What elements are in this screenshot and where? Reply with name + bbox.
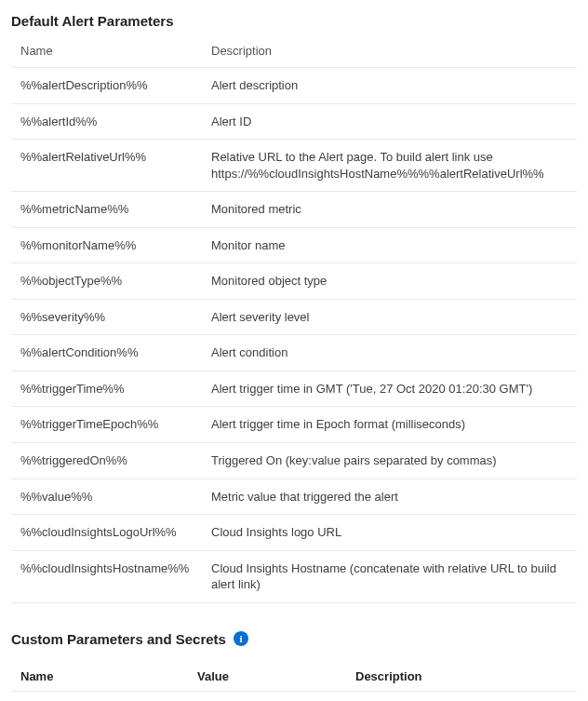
table-row: %%cloudInsightsHostname%%Cloud Insights …: [11, 550, 577, 602]
custom-col-value: Value: [188, 662, 346, 692]
param-description: Monitored metric: [202, 192, 577, 228]
table-row: %%triggerTimeEpoch%%Alert trigger time i…: [11, 407, 577, 443]
param-description: Monitor name: [202, 227, 577, 263]
param-name: %%severity%%: [11, 299, 202, 335]
table-row: %%metricName%%Monitored metric: [11, 192, 577, 228]
param-name: %%monitorName%%: [11, 227, 202, 263]
table-row: %%triggerTime%%Alert trigger time in GMT…: [11, 371, 577, 407]
custom-empty-message: No Data Available: [11, 691, 577, 701]
default-col-description: Description: [202, 38, 577, 68]
table-row: %%value%%Metric value that triggered the…: [11, 479, 577, 515]
custom-section-title-row: Custom Parameters and Secrets i: [11, 631, 577, 647]
param-name: %%triggerTimeEpoch%%: [11, 407, 202, 443]
param-description: Cloud Insights logo URL: [202, 515, 577, 551]
table-row: %%severity%%Alert severity level: [11, 299, 577, 335]
custom-params-table: Name Value Description No Data Available: [11, 662, 577, 701]
custom-col-description: Description: [346, 662, 577, 692]
param-name: %%cloudInsightsLogoUrl%%: [11, 515, 202, 551]
table-row: %%alertRelativeUrl%%Relative URL to the …: [11, 140, 577, 192]
table-row: %%triggeredOn%%Triggered On (key:value p…: [11, 443, 577, 479]
info-icon[interactable]: i: [234, 631, 248, 646]
param-name: %%cloudInsightsHostname%%: [11, 550, 202, 602]
param-description: Metric value that triggered the alert: [202, 479, 577, 515]
table-row: %%cloudInsightsLogoUrl%%Cloud Insights l…: [11, 515, 577, 551]
custom-section-title: Custom Parameters and Secrets: [11, 631, 226, 647]
param-description: Alert trigger time in Epoch format (mill…: [202, 407, 577, 443]
param-name: %%triggeredOn%%: [11, 443, 202, 479]
param-description: Relative URL to the Alert page. To build…: [202, 140, 577, 192]
custom-col-name: Name: [11, 662, 188, 692]
table-row: %%objectType%%Monitored object type: [11, 263, 577, 300]
param-name: %%alertDescription%%: [11, 68, 202, 104]
param-description: Alert trigger time in GMT ('Tue, 27 Oct …: [202, 371, 577, 407]
param-name: %%metricName%%: [11, 192, 202, 228]
param-name: %%alertId%%: [11, 103, 202, 140]
param-description: Monitored object type: [202, 263, 577, 300]
param-name: %%triggerTime%%: [11, 371, 202, 407]
table-row: %%alertCondition%%Alert condition: [11, 335, 577, 371]
param-description: Triggered On (key:value pairs separated …: [202, 443, 577, 479]
table-row: %%monitorName%%Monitor name: [11, 227, 577, 263]
param-name: %%alertCondition%%: [11, 335, 202, 371]
param-description: Alert ID: [202, 103, 577, 140]
default-section-title: Default Alert Parameters: [11, 13, 577, 29]
param-description: Cloud Insights Hostname (concatenate wit…: [202, 550, 577, 602]
default-col-name: Name: [11, 38, 202, 68]
param-name: %%value%%: [11, 479, 202, 515]
param-name: %%alertRelativeUrl%%: [11, 140, 202, 192]
param-description: Alert severity level: [202, 299, 577, 335]
default-params-table: Name Description %%alertDescription%%Ale…: [11, 38, 577, 603]
param-description: Alert description: [202, 68, 577, 104]
param-description: Alert condition: [202, 335, 577, 371]
table-row: %%alertDescription%%Alert description: [11, 68, 577, 104]
param-name: %%objectType%%: [11, 263, 202, 300]
table-row: %%alertId%%Alert ID: [11, 103, 577, 140]
